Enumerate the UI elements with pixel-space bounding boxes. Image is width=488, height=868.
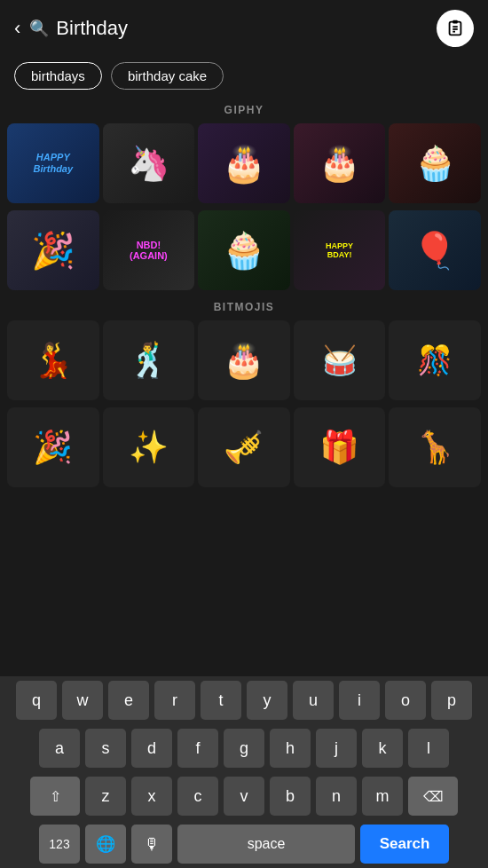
delete-icon: ⌫ — [423, 788, 444, 805]
key-c[interactable]: c — [177, 777, 218, 816]
giphy-row-1: HAPPYBirthday 🦄 🎂 🎂 🧁 — [0, 120, 488, 207]
search-icon: 🔍 — [29, 19, 49, 38]
key-v[interactable]: v — [224, 777, 264, 816]
giphy-sticker-6[interactable]: 🎉 — [7, 210, 99, 290]
key-u[interactable]: u — [293, 681, 334, 720]
key-g[interactable]: g — [224, 729, 264, 768]
key-n[interactable]: n — [316, 777, 357, 816]
key-i[interactable]: i — [339, 681, 380, 720]
search-button[interactable]: Search — [360, 825, 449, 864]
giphy-sticker-9[interactable]: HAPPYBDAY! — [294, 210, 386, 290]
giphy-sticker-5[interactable]: 🧁 — [389, 123, 481, 203]
key-b[interactable]: b — [270, 777, 311, 816]
giphy-sticker-2[interactable]: 🦄 — [103, 123, 195, 203]
giphy-sticker-3[interactable]: 🎂 — [198, 123, 290, 203]
mic-icon: 🎙 — [144, 835, 160, 854]
giphy-sticker-4[interactable]: 🎂 — [294, 123, 386, 203]
giphy-sticker-7[interactable]: NBD!(AGAIN) — [103, 210, 195, 290]
microphone-key[interactable]: 🎙 — [131, 825, 172, 864]
bitmoji-section: BITMOJIS 💃 🕺 🎂 🥁 🎊 🎉 ✨ 🎺 🎁 — [0, 296, 488, 491]
bitmoji-sticker-9[interactable]: 🎁 — [294, 407, 386, 487]
bitmoji-sticker-1[interactable]: 💃 — [7, 320, 99, 400]
key-e[interactable]: e — [108, 681, 149, 720]
key-l[interactable]: l — [408, 729, 449, 768]
space-key[interactable]: space — [177, 825, 355, 864]
filter-chips-row: birthdays birthday cake — [0, 57, 488, 99]
key-w[interactable]: w — [62, 681, 103, 720]
shift-key[interactable]: ⇧ — [30, 777, 80, 816]
clipboard-button[interactable] — [437, 10, 474, 47]
key-m[interactable]: m — [362, 777, 403, 816]
key-q[interactable]: q — [16, 681, 57, 720]
bitmoji-sticker-3[interactable]: 🎂 — [198, 320, 290, 400]
shift-icon: ⇧ — [50, 788, 61, 805]
chip-birthday-cake[interactable]: birthday cake — [111, 62, 224, 90]
back-button[interactable]: ‹ — [14, 17, 20, 40]
key-s[interactable]: s — [85, 729, 126, 768]
giphy-sticker-10[interactable]: 🎈 — [389, 210, 481, 290]
numbers-key[interactable]: 123 — [39, 825, 80, 864]
keyboard-row-4: 123 🌐 🎙 space Search — [0, 820, 488, 868]
key-p[interactable]: p — [431, 681, 472, 720]
bitmoji-sticker-6[interactable]: 🎉 — [7, 407, 99, 487]
search-query-text: Birthday — [56, 17, 437, 40]
bitmoji-sticker-8[interactable]: 🎺 — [198, 407, 290, 487]
key-x[interactable]: x — [131, 777, 172, 816]
bitmoji-sticker-5[interactable]: 🎊 — [389, 320, 481, 400]
key-k[interactable]: k — [362, 729, 403, 768]
bitmoji-row-1: 💃 🕺 🎂 🥁 🎊 — [0, 317, 488, 404]
chip-birthdays[interactable]: birthdays — [14, 62, 102, 90]
giphy-sticker-8[interactable]: 🧁 — [198, 210, 290, 290]
bitmoji-sticker-7[interactable]: ✨ — [103, 407, 195, 487]
search-header: ‹ 🔍 Birthday — [0, 0, 488, 57]
key-y[interactable]: y — [247, 681, 287, 720]
bitmoji-row-2: 🎉 ✨ 🎺 🎁 🦒 — [0, 404, 488, 491]
bitmoji-sticker-10[interactable]: 🦒 — [389, 407, 481, 487]
key-f[interactable]: f — [177, 729, 218, 768]
key-h[interactable]: h — [270, 729, 311, 768]
keyboard-row-3: ⇧ z x c v b n m ⌫ — [0, 772, 488, 820]
globe-icon: 🌐 — [96, 834, 115, 854]
bitmoji-sticker-4[interactable]: 🥁 — [294, 320, 386, 400]
keyboard-row-2: a s d f g h j k l — [0, 724, 488, 772]
giphy-sticker-1[interactable]: HAPPYBirthday — [7, 123, 99, 203]
keyboard: q w e r t y u i o p a s d f g h j k l ⇧ … — [0, 676, 488, 868]
giphy-row-2: 🎉 NBD!(AGAIN) 🧁 HAPPYBDAY! 🎈 — [0, 207, 488, 294]
bitmoji-sticker-2[interactable]: 🕺 — [103, 320, 195, 400]
key-j[interactable]: j — [316, 729, 357, 768]
globe-key[interactable]: 🌐 — [85, 825, 126, 864]
key-t[interactable]: t — [201, 681, 241, 720]
clipboard-icon — [445, 19, 465, 38]
key-r[interactable]: r — [154, 681, 195, 720]
bitmoji-section-label: BITMOJIS — [0, 296, 488, 317]
keyboard-row-1: q w e r t y u i o p — [0, 676, 488, 724]
key-d[interactable]: d — [131, 729, 172, 768]
key-o[interactable]: o — [385, 681, 426, 720]
giphy-section: GIPHY HAPPYBirthday 🦄 🎂 🎂 🧁 🎉 NBD!(AGAIN… — [0, 99, 488, 294]
key-a[interactable]: a — [39, 729, 80, 768]
delete-key[interactable]: ⌫ — [408, 777, 458, 816]
key-z[interactable]: z — [85, 777, 126, 816]
giphy-section-label: GIPHY — [0, 99, 488, 120]
